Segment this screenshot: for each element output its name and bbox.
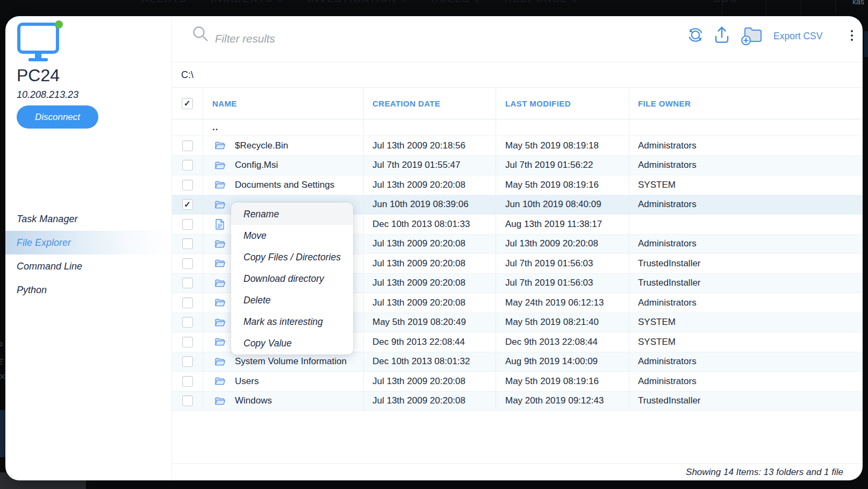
folder-icon [214,161,226,170]
menu-item-rename[interactable]: Rename [231,203,353,225]
last-modified: May 5th 2019 08:19:16 [496,175,629,195]
menu-item-copy-files-directories[interactable]: Copy Files / Directories [231,246,353,268]
table-row[interactable]: Config.Msi Jul 7th 2019 01:55:47 Jul 7th… [172,156,863,176]
toolbar: Export CSV [172,16,863,62]
table-row[interactable]: Users Jul 13th 2009 20:20:08 May 5th 201… [172,372,863,392]
tools-menu: Task ManagerFile ExplorerCommand LinePyt… [5,207,171,302]
file-owner [629,215,863,234]
table-row[interactable]: $Recycle.Bin Jul 13th 2009 20:18:56 May … [172,136,863,156]
disconnect-button[interactable]: Disconnect [17,105,98,129]
folder-icon [214,298,226,307]
menu-item-download-directory[interactable]: Download directory [231,268,353,289]
row-checkbox[interactable] [172,293,203,313]
row-checkbox[interactable] [172,235,203,254]
file-name: Documents and Settings [235,180,334,190]
table-row[interactable]: Windows Jul 13th 2009 20:20:08 May 20th … [172,392,863,412]
creation-date: Jul 13th 2009 20:20:08 [364,175,496,195]
menu-item-copy-value[interactable]: Copy Value [231,332,353,354]
menu-item-delete[interactable]: Delete [231,289,353,311]
row-checkbox[interactable] [172,254,203,273]
filter-input[interactable] [215,24,516,54]
file-owner: TrustedInstaller [629,392,863,411]
bg-divider [766,0,766,15]
chevron-down-icon: ⌄ [571,0,578,4]
bg-text-fragment: oc [0,371,5,380]
kebab-menu-button[interactable] [847,28,857,49]
file-owner: Administrators [629,352,863,372]
row-checkbox[interactable] [172,215,203,234]
refresh-icon [686,25,705,45]
row-checkbox[interactable] [172,332,203,352]
table-row[interactable]: Documents and Settings Jul 13th 2009 20:… [172,175,863,195]
last-modified: May 24th 2019 06:12:13 [496,293,629,313]
creation-date: Jul 13th 2009 20:20:08 [364,235,496,254]
folder-icon [214,279,226,288]
file-name: Users [235,376,259,387]
monitor-screen [17,23,59,54]
export-csv-button[interactable]: Export CSV [773,31,822,42]
folder-icon [214,200,226,209]
column-header-file-owner[interactable]: FILE OWNER [629,88,863,119]
bg-divider [722,0,722,15]
file-owner: Administrators [629,293,863,313]
bg-nav-item-response: RESPONSE⌄ [504,0,578,5]
file-owner: SYSTEM [629,313,863,332]
row-checkbox[interactable] [172,313,203,332]
bg-text-fragment: o [0,339,5,348]
last-modified: Dec 9th 2013 22:08:44 [496,332,629,352]
file-owner: SYSTEM [629,332,863,352]
sidebar-item-file-explorer[interactable]: File Explorer [5,231,171,254]
creation-date: Jul 13th 2009 20:18:56 [364,136,496,155]
menu-item-mark-as-interesting[interactable]: Mark as interesting [231,311,353,332]
row-checkbox[interactable] [172,372,203,391]
new-folder-button[interactable] [741,27,763,45]
menu-item-move[interactable]: Move [231,225,353,246]
select-all-checkbox[interactable]: ✓ [172,88,203,119]
refresh-button[interactable] [686,25,705,45]
bg-divider [801,0,801,15]
creation-date: Dec 10th 2013 08:01:33 [364,215,496,234]
last-modified: May 5th 2019 08:19:18 [496,136,629,155]
creation-date: May 5th 2019 08:20:49 [364,313,496,332]
last-modified: Aug 13th 2019 11:38:17 [496,215,629,234]
row-checkbox[interactable] [172,175,203,195]
monitor-icon [17,23,64,61]
row-checkbox[interactable] [172,156,203,175]
table-footer: Showing 14 Items: 13 folders and 1 file [172,463,863,480]
breadcrumb-path[interactable]: C:\ [181,69,193,81]
creation-date: Jun 10th 2019 08:39:06 [364,195,496,215]
upload-button[interactable] [713,25,731,44]
kebab-icon [847,30,857,41]
parent-directory-row[interactable]: .. [172,119,863,136]
table-row[interactable]: System Volume Information Dec 10th 2013 … [172,352,863,372]
last-modified: May 5th 2019 08:21:40 [496,313,629,332]
row-checkbox[interactable] [172,352,203,372]
table-header: ✓ NAME CREATION DATE LAST MODIFIED FILE … [172,88,863,119]
sidebar-item-command-line[interactable]: Command Line [5,254,171,278]
file-name: System Volume Information [235,356,347,367]
file-owner: TrustedInstaller [629,274,863,293]
sidebar-item-task-manager[interactable]: Task Manager [5,207,171,231]
file-owner: Administrators [629,372,863,391]
file-owner: Administrators [629,195,863,215]
column-header-creation-date[interactable]: CREATION DATE [364,88,496,119]
bg-left-block [0,410,5,457]
folder-icon [214,318,226,327]
bg-top-nav: ALERTSINCIDENTS⌄INVESTIGATION⌄RULES⌄RESP… [141,0,578,5]
file-owner: Administrators [629,235,863,254]
file-name: $Recycle.Bin [235,140,288,151]
creation-date: Dec 10th 2013 08:01:32 [364,352,496,372]
row-checkbox[interactable] [172,274,203,293]
host-sidebar: PC24 10.208.213.23 Disconnect Task Manag… [5,16,172,480]
folder-icon [214,357,226,366]
sidebar-item-python[interactable]: Python [5,278,171,302]
last-modified: Jul 13th 2009 20:20:08 [496,235,629,254]
bg-nav-item-incidents: INCIDENTS⌄ [211,0,284,5]
creation-date: Jul 13th 2009 20:20:08 [364,293,496,313]
column-header-last-modified[interactable]: LAST MODIFIED [496,88,629,119]
column-header-name[interactable]: NAME [203,88,364,119]
row-checkbox[interactable] [172,136,203,155]
row-checkbox[interactable]: ✓ [172,195,203,215]
row-checkbox[interactable] [172,392,203,411]
bg-text-fragment: E [0,357,5,366]
